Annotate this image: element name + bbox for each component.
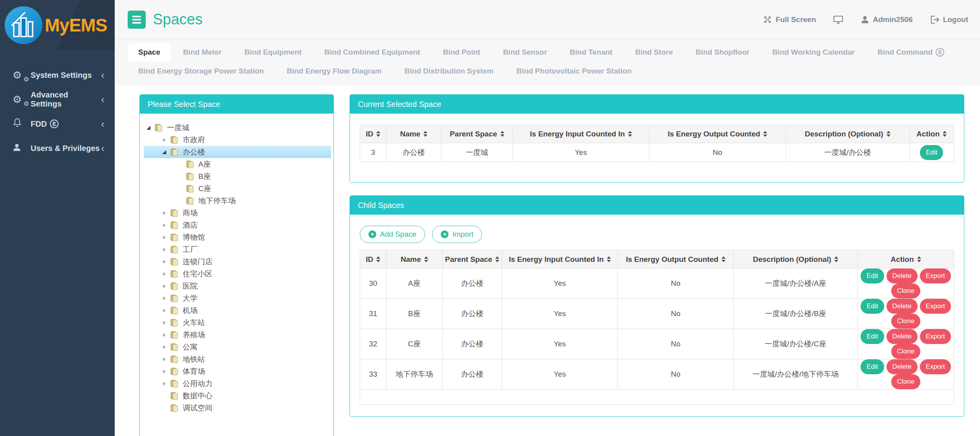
edit-button[interactable]: Edit [861, 269, 884, 283]
sidebar-item-advanced-settings[interactable]: ⚙⚙Advanced Settings‹ [0, 87, 115, 112]
tree-node-b[interactable]: B座 [144, 170, 331, 182]
tree-expander-icon[interactable] [159, 343, 169, 351]
tab-bind-energy-storage-power-station[interactable]: Bind Energy Storage Power Station [128, 62, 275, 80]
col-id[interactable]: ID [360, 250, 387, 269]
tree-node-12[interactable]: 住宅小区 [144, 268, 331, 280]
tree-node-17[interactable]: 养殖场 [144, 329, 331, 341]
col-is-energy-input-counted-in[interactable]: Is Energy Input Counted In [502, 250, 618, 269]
tab-bind-distribution-system[interactable]: Bind Distribution System [394, 62, 504, 80]
tab-bind-working-calendar[interactable]: Bind Working Calendar [762, 43, 865, 61]
tree-expander-icon[interactable] [159, 294, 169, 303]
tab-bind-equipment[interactable]: Bind Equipment [234, 43, 312, 61]
export-button[interactable]: Export [920, 329, 951, 344]
tab-bind-photovoltaic-power-station[interactable]: Bind Photovoltaic Power Station [506, 62, 642, 80]
tree-node-20[interactable]: 体育场 [144, 365, 331, 377]
brand-logo[interactable]: MyEMS [0, 0, 115, 50]
tree-expander-icon[interactable] [159, 209, 169, 217]
tree-node-6[interactable]: 地下停车场 [144, 195, 331, 207]
clone-button[interactable]: Clone [891, 314, 920, 329]
tree-node-c[interactable]: C座 [144, 182, 331, 195]
tree-expander-icon[interactable] [159, 306, 169, 315]
tab-bind-command[interactable]: Bind CommandE [867, 43, 955, 61]
delete-button[interactable]: Delete [887, 359, 918, 374]
clone-button[interactable]: Clone [891, 344, 920, 359]
user-menu[interactable]: Admin2506 [861, 15, 912, 24]
tab-bind-point[interactable]: Bind Point [432, 43, 491, 61]
col-id[interactable]: ID [360, 125, 387, 143]
tree-node-13[interactable]: 医院 [144, 280, 331, 292]
col-name[interactable]: Name [386, 250, 443, 269]
tree-expander-icon[interactable] [159, 148, 169, 156]
col-is-energy-output-counted[interactable]: Is Energy Output Counted [618, 250, 734, 269]
tab-bind-meter[interactable]: Bind Meter [172, 43, 232, 61]
export-button[interactable]: Export [920, 299, 951, 314]
edit-button[interactable]: Edit [861, 359, 884, 374]
tree-node-16[interactable]: 火车站 [144, 316, 331, 329]
delete-button[interactable]: Delete [887, 329, 918, 344]
sidebar-item-fdd[interactable]: FDDE‹ [0, 112, 115, 136]
tree-node-a[interactable]: A座 [144, 158, 331, 170]
tree-node-15[interactable]: 机场 [144, 304, 331, 316]
tree-node-23[interactable]: 调试空间 [144, 402, 331, 414]
col-parent-space[interactable]: Parent Space [441, 125, 513, 143]
add-space-button[interactable]: + Add Space [360, 226, 425, 243]
tree-expander-icon[interactable] [159, 318, 169, 327]
tree-expander-icon[interactable] [159, 282, 169, 291]
tree-node-14[interactable]: 大学 [144, 292, 331, 304]
menu-toggle-button[interactable] [128, 11, 146, 29]
tree-node-9[interactable]: 博物馆 [144, 231, 331, 243]
tree-node-21[interactable]: 公用动力 [144, 377, 331, 390]
tree-node-0[interactable]: 一度城 [144, 121, 331, 134]
tab-space[interactable]: Space [128, 43, 171, 61]
tree-node-8[interactable]: 酒店 [144, 219, 331, 231]
import-button[interactable]: + Import [432, 226, 482, 243]
tree-expander-icon[interactable] [159, 233, 169, 242]
tab-bind-shopfloor[interactable]: Bind Shopfloor [685, 43, 760, 61]
edit-button[interactable]: Edit [920, 145, 943, 160]
clone-button[interactable]: Clone [891, 374, 920, 389]
fullscreen-button[interactable]: Full Screen [763, 15, 816, 24]
col-is-energy-input-counted-in[interactable]: Is Energy Input Counted In [513, 125, 649, 143]
sidebar-item-system-settings[interactable]: ⚙⚙System Settings‹ [0, 63, 115, 87]
col-action[interactable]: Action [858, 250, 954, 269]
tree-node-7[interactable]: 商场 [144, 207, 331, 219]
logout-button[interactable]: Logout [930, 15, 968, 24]
export-button[interactable]: Export [920, 269, 951, 283]
tab-bind-tenant[interactable]: Bind Tenant [559, 43, 623, 61]
col-action[interactable]: Action [909, 125, 954, 143]
tab-bind-combined-equipment[interactable]: Bind Combined Equipment [314, 43, 431, 61]
tree-node-22[interactable]: 数据中心 [144, 390, 331, 402]
tree-node-1[interactable]: 市政府 [144, 134, 331, 146]
tree-expander-icon[interactable] [159, 379, 169, 388]
tree-expander-icon[interactable] [144, 123, 153, 132]
col-description-optional[interactable]: Description (Optional) [733, 250, 857, 269]
tree-expander-icon[interactable] [159, 136, 169, 144]
tree-expander-icon[interactable] [159, 367, 169, 376]
tree-node-2[interactable]: 办公楼 [144, 146, 331, 158]
tree-node-18[interactable]: 公寓 [144, 341, 331, 353]
tree-expander-icon[interactable] [159, 331, 169, 339]
edit-button[interactable]: Edit [861, 329, 884, 344]
sidebar-item-users-privileges[interactable]: Users & Privileges‹ [0, 136, 115, 160]
export-button[interactable]: Export [920, 359, 951, 374]
col-parent-space[interactable]: Parent Space [443, 250, 502, 269]
tree-expander-icon[interactable] [159, 221, 169, 230]
tree-expander-icon[interactable] [159, 258, 169, 266]
tree-node-11[interactable]: 连锁门店 [144, 256, 331, 268]
tab-bind-store[interactable]: Bind Store [625, 43, 683, 61]
tab-bind-sensor[interactable]: Bind Sensor [493, 43, 558, 61]
tree-expander-icon[interactable] [159, 355, 169, 364]
col-name[interactable]: Name [386, 125, 441, 143]
tree-node-19[interactable]: 地铁站 [144, 353, 331, 365]
clone-button[interactable]: Clone [891, 283, 920, 298]
tree-expander-icon[interactable] [159, 270, 169, 278]
tree-expander-icon[interactable] [159, 245, 169, 254]
delete-button[interactable]: Delete [887, 299, 918, 314]
tree-node-10[interactable]: 工厂 [144, 243, 331, 256]
delete-button[interactable]: Delete [887, 269, 918, 283]
display-button[interactable] [833, 15, 843, 24]
col-is-energy-output-counted[interactable]: Is Energy Output Counted [649, 125, 786, 143]
edit-button[interactable]: Edit [861, 299, 884, 314]
col-description-optional[interactable]: Description (Optional) [786, 125, 909, 143]
tab-bind-energy-flow-diagram[interactable]: Bind Energy Flow Diagram [276, 62, 392, 80]
